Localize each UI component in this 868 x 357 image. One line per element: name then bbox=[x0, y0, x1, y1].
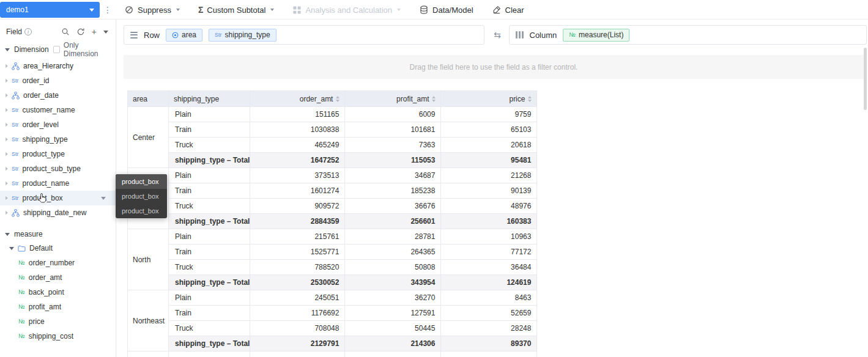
measure-cell[interactable]: 245051 bbox=[250, 290, 345, 306]
measure-cell[interactable]: 1525771 bbox=[250, 245, 345, 260]
sidebar-item-product-name[interactable]: Str product_name bbox=[0, 176, 116, 191]
collapse-caret-icon[interactable] bbox=[9, 247, 14, 250]
suppress-button[interactable]: Suppress bbox=[124, 5, 180, 15]
measure-cell[interactable]: 2884359 bbox=[250, 214, 345, 229]
measure-cell[interactable]: 160383 bbox=[441, 214, 537, 229]
subtotal-label-cell[interactable]: shipping_type – Total bbox=[169, 336, 250, 351]
measure-cell[interactable]: 1601274 bbox=[250, 183, 345, 199]
measure-cell[interactable]: 89370 bbox=[441, 336, 537, 351]
measure-cell[interactable]: 264365 bbox=[345, 245, 441, 260]
field-menu-caret-icon[interactable] bbox=[101, 197, 106, 200]
dataset-selector[interactable]: demo1 bbox=[0, 2, 100, 18]
sort-icon[interactable] bbox=[432, 96, 436, 102]
measure-section-header[interactable]: measure bbox=[0, 227, 116, 241]
area-cell[interactable]: North bbox=[128, 229, 169, 290]
row-pill-area[interactable]: area bbox=[166, 29, 202, 42]
measure-cell[interactable]: 10963 bbox=[441, 229, 537, 245]
measure-cell[interactable]: 465249 bbox=[250, 138, 345, 153]
expand-caret-icon[interactable] bbox=[6, 123, 8, 127]
measure-cell[interactable]: 788520 bbox=[250, 260, 345, 275]
expand-caret-icon[interactable] bbox=[6, 79, 8, 83]
measure-cell[interactable]: 127591 bbox=[345, 306, 441, 321]
sidebar-item-product-sub-type[interactable]: Str product_sub_type bbox=[0, 161, 116, 176]
column-header-order-amt[interactable]: order_amt bbox=[250, 91, 345, 107]
measure-cell[interactable]: 50445 bbox=[345, 321, 441, 336]
expand-caret-icon[interactable] bbox=[6, 182, 8, 185]
collapse-caret-icon[interactable] bbox=[5, 48, 10, 51]
clear-button[interactable]: Clear bbox=[492, 5, 524, 15]
add-field-icon[interactable]: + bbox=[92, 28, 97, 36]
sidebar-item-order-id[interactable]: Str order_id bbox=[0, 73, 116, 88]
dimension-cell[interactable]: Train bbox=[169, 183, 250, 199]
measure-cell[interactable]: 90139 bbox=[441, 183, 537, 199]
measure-cell[interactable]: 708048 bbox=[250, 321, 345, 336]
measure-cell[interactable]: 8463 bbox=[441, 290, 537, 306]
sidebar-item-order-number[interactable]: № order_number bbox=[0, 256, 116, 270]
only-dimension-checkbox[interactable] bbox=[53, 46, 60, 53]
dimension-cell[interactable]: Plain bbox=[169, 107, 250, 122]
sidebar-item-shipping-cost[interactable]: № shipping_cost bbox=[0, 329, 116, 344]
measure-cell[interactable]: 28248 bbox=[441, 321, 537, 336]
measure-cell[interactable]: 256601 bbox=[345, 214, 441, 229]
measure-cell[interactable]: 36484 bbox=[441, 260, 537, 275]
measure-cell[interactable]: 1030838 bbox=[250, 122, 345, 138]
sidebar-item-shipping-date-new[interactable]: shipping_date_new bbox=[0, 205, 116, 220]
chevron-down-icon[interactable] bbox=[103, 31, 108, 34]
measure-cell[interactable]: 115053 bbox=[345, 153, 441, 168]
row-pill-shipping-type[interactable]: Str shipping_type bbox=[209, 29, 276, 42]
measure-cell[interactable]: 343954 bbox=[345, 275, 441, 290]
measure-cell[interactable]: 95481 bbox=[441, 153, 537, 168]
expand-caret-icon[interactable] bbox=[6, 211, 8, 215]
dimension-cell[interactable]: Truck bbox=[169, 260, 250, 275]
data-model-button[interactable]: Data/Model bbox=[419, 5, 473, 15]
expand-caret-icon[interactable] bbox=[6, 108, 8, 112]
sidebar-item-customer-name[interactable]: Str customer_name bbox=[0, 103, 116, 117]
flyout-item[interactable]: product_box bbox=[116, 204, 167, 218]
expand-caret-icon[interactable] bbox=[6, 64, 8, 68]
dimension-cell[interactable]: Truck bbox=[169, 321, 250, 336]
measure-cell[interactable]: 34687 bbox=[345, 168, 441, 183]
expand-caret-icon[interactable] bbox=[6, 94, 8, 97]
measure-cell[interactable]: 21268 bbox=[441, 168, 537, 183]
collapse-caret-icon[interactable] bbox=[5, 233, 10, 236]
dimension-cell[interactable]: Train bbox=[169, 245, 250, 260]
column-pill-measure-list[interactable]: № measure(List) bbox=[563, 29, 629, 42]
column-header-profit-amt[interactable]: profit_amt bbox=[345, 91, 441, 107]
column-header-price[interactable]: price bbox=[441, 91, 537, 107]
measure-cell[interactable]: 373513 bbox=[250, 168, 345, 183]
sidebar-item-order-date[interactable]: order_date bbox=[0, 88, 116, 103]
flyout-item[interactable]: product_box bbox=[116, 174, 167, 189]
expand-caret-icon[interactable] bbox=[6, 167, 8, 171]
measure-folder-default[interactable]: Default bbox=[0, 241, 116, 256]
kebab-menu-icon[interactable]: ⋮ bbox=[103, 0, 112, 20]
measure-cell[interactable]: 124619 bbox=[441, 275, 537, 290]
measure-cell[interactable]: 9759 bbox=[441, 107, 537, 122]
measure-cell[interactable]: 185238 bbox=[345, 183, 441, 199]
dimension-cell[interactable]: Train bbox=[169, 122, 250, 138]
dimension-section-header[interactable]: Dimension Only Dimension bbox=[0, 43, 116, 56]
measure-cell[interactable]: 50808 bbox=[345, 260, 441, 275]
measure-cell[interactable]: 6009 bbox=[345, 107, 441, 122]
sidebar-item-profit-amt[interactable]: № profit_amt bbox=[0, 300, 116, 314]
measure-cell[interactable]: 20618 bbox=[441, 138, 537, 153]
sidebar-item-order-amt[interactable]: № order_amt bbox=[0, 270, 116, 285]
subtotal-label-cell[interactable]: shipping_type – Total bbox=[169, 153, 250, 168]
column-shelf[interactable]: Column № measure(List) bbox=[509, 25, 867, 45]
sidebar-item-price[interactable]: № price bbox=[0, 314, 116, 329]
dimension-cell[interactable]: Plain bbox=[169, 229, 250, 245]
area-cell[interactable]: Northeast bbox=[128, 290, 169, 351]
measure-cell[interactable]: 36676 bbox=[345, 199, 441, 214]
subtotal-label-cell[interactable]: shipping_type – Total bbox=[169, 275, 250, 290]
measure-cell[interactable]: 28781 bbox=[345, 229, 441, 245]
area-cell[interactable]: Center bbox=[128, 107, 169, 168]
measure-cell[interactable]: 7363 bbox=[345, 138, 441, 153]
measure-cell[interactable]: 909572 bbox=[250, 199, 345, 214]
flyout-item[interactable]: product_box bbox=[116, 189, 167, 204]
sort-icon[interactable] bbox=[528, 96, 532, 102]
measure-cell[interactable]: 215761 bbox=[250, 229, 345, 245]
sidebar-item-order-level[interactable]: Str order_level bbox=[0, 117, 116, 132]
dimension-cell[interactable]: Truck bbox=[169, 199, 250, 214]
measure-cell[interactable]: 77172 bbox=[441, 245, 537, 260]
measure-cell[interactable]: 101681 bbox=[345, 122, 441, 138]
vertical-scrollbar[interactable] bbox=[864, 48, 867, 110]
